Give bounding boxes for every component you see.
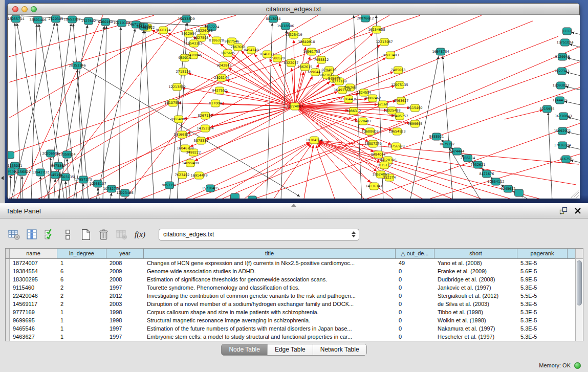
table-cell[interactable]: Tibbo et al. (1998) (434, 308, 517, 316)
table-cell[interactable]: 22420046 (10, 292, 57, 300)
table-cell[interactable]: 9699695 (10, 316, 57, 324)
table-cell[interactable]: 1998 (106, 308, 144, 316)
table-cell[interactable]: Changes of HCN gene expression and I(f) … (144, 259, 396, 267)
table-cell[interactable]: 2008 (106, 275, 144, 283)
table-cell[interactable]: 1 (57, 333, 106, 341)
table-row[interactable]: 977716911998Corpus callosum shape and si… (6, 308, 575, 316)
table-cell[interactable]: Tourette syndrome. Phenomenology and cla… (144, 283, 396, 292)
table-row[interactable]: 1830029562008Estimation of significance … (6, 275, 575, 283)
minimize-window-button[interactable] (21, 6, 28, 12)
table-cell[interactable]: Wolkin et al. (1998) (434, 316, 517, 324)
table-cell[interactable]: 1 (57, 316, 106, 324)
show-column-icon[interactable] (25, 228, 39, 242)
table-cell[interactable]: Nakamura et al. (1997) (434, 324, 517, 333)
table-cell[interactable]: Hescheler et al. (1997) (434, 333, 517, 341)
table-cell[interactable]: 5.5E-5 (517, 292, 568, 300)
table-cell[interactable]: 2012 (106, 292, 144, 300)
table-cell[interactable]: Embryonic stem cells: a model to study s… (144, 333, 396, 341)
table-cell[interactable]: 2 (57, 292, 106, 300)
table-cell[interactable]: 5.9E-5 (517, 275, 568, 283)
table-cell[interactable]: 2008 (106, 259, 144, 267)
table-cell[interactable]: 0 (396, 324, 434, 333)
table-cell[interactable]: Jankovic et al. (1997) (434, 283, 517, 292)
select-columns-icon[interactable] (43, 228, 57, 242)
table-row[interactable]: 946362711997Embryonic stem cells: a mode… (6, 333, 575, 341)
table-cell[interactable]: Investigating the contribution of common… (144, 292, 396, 300)
table-cell[interactable]: 14569117 (10, 300, 57, 308)
table-cell[interactable]: 6 (57, 267, 106, 275)
network-node[interactable] (231, 193, 239, 199)
column-header-title[interactable]: title (144, 249, 396, 259)
table-cell[interactable]: de Silva et al. (2003) (434, 300, 517, 308)
table-cell[interactable]: 0 (396, 267, 434, 275)
table-cell[interactable]: 1997 (106, 333, 144, 341)
table-cell[interactable]: 2003 (106, 300, 144, 308)
column-header-year[interactable]: year (106, 249, 144, 259)
table-cell[interactable]: 5.3E-5 (517, 308, 568, 316)
table-cell[interactable]: Stergiakouli et al. (2012) (434, 292, 517, 300)
network-node[interactable] (248, 196, 257, 199)
table-mode-icon[interactable] (7, 228, 21, 242)
table-cell[interactable]: 9463627 (10, 333, 57, 341)
table-cell[interactable]: 1 (57, 324, 106, 333)
table-cell[interactable]: 5.3E-5 (517, 324, 568, 333)
function-builder-icon[interactable]: f(x) (133, 228, 146, 242)
table-cell[interactable]: Genome-wide association studies in ADHD. (144, 267, 396, 275)
scrollbar-thumb[interactable] (577, 260, 582, 305)
table-vertical-scrollbar[interactable] (575, 249, 583, 341)
table-cell[interactable]: 18300295 (10, 275, 57, 283)
network-node[interactable] (8, 151, 14, 159)
table-cell[interactable]: 5.3E-5 (517, 283, 568, 292)
delete-table-icon[interactable] (97, 228, 111, 242)
table-select-dropdown[interactable]: citations_edges.txt (159, 229, 359, 240)
row-height-icon[interactable] (61, 228, 75, 242)
table-cell[interactable]: Franke et al. (2009) (434, 267, 517, 275)
table-cell[interactable]: 19384554 (10, 267, 57, 275)
table-cell[interactable]: 5.3E-5 (517, 333, 568, 341)
table-cell[interactable]: 0 (396, 333, 434, 341)
zoom-window-button[interactable] (31, 6, 37, 12)
table-cell[interactable]: 2 (57, 300, 106, 308)
table-cell[interactable]: 5.3E-5 (517, 259, 568, 267)
table-cell[interactable]: 9115460 (10, 283, 57, 292)
table-cell[interactable]: 2009 (106, 267, 144, 275)
tab-edge-table[interactable]: Edge Table (268, 344, 313, 355)
table-cell[interactable]: Estimation of the future numbers of pati… (144, 324, 396, 333)
table-cell[interactable]: 2 (57, 283, 106, 292)
new-table-icon[interactable] (79, 228, 93, 242)
table-row[interactable]: 1938455462009Genome-wide association stu… (6, 267, 575, 275)
table-cell[interactable]: 0 (396, 300, 434, 308)
table-cell[interactable]: 49 (396, 259, 434, 267)
table-row[interactable]: 2242004622012Investigating the contribut… (6, 292, 575, 300)
table-row[interactable]: 1872400712008Changes of HCN gene express… (6, 259, 575, 267)
table-cell[interactable]: 1 (57, 308, 106, 316)
network-canvas[interactable]: 1872400796601245912954152260589827508818… (8, 15, 580, 199)
window-titlebar[interactable]: citations_edges.txt (8, 4, 579, 15)
table-cell[interactable]: 1997 (106, 283, 144, 292)
close-window-button[interactable] (12, 6, 18, 12)
window-resize-grip[interactable] (571, 190, 579, 198)
column-header-out_de[interactable]: △ out_de... (396, 249, 434, 259)
table-cell[interactable]: 1997 (106, 324, 144, 333)
table-cell[interactable]: 9777169 (10, 308, 57, 316)
panel-divider-handle-icon[interactable] (291, 204, 296, 207)
table-cell[interactable]: 0 (396, 316, 434, 324)
column-header-name[interactable]: name (10, 249, 57, 259)
table-cell[interactable]: 1 (57, 259, 106, 267)
table-cell[interactable]: 5.3E-5 (517, 300, 568, 308)
float-panel-icon[interactable] (559, 207, 568, 215)
table-cell[interactable]: Corpus callosum shape and size in male p… (144, 308, 396, 316)
panel-collapse-arrow-icon[interactable] (1, 176, 4, 180)
table-cell[interactable]: 5.3E-5 (517, 316, 568, 324)
table-cell[interactable]: 0 (396, 283, 434, 292)
table-row[interactable]: 1456911722003Disruption of a novel membe… (6, 300, 575, 308)
table-cell[interactable]: Dudbridge et al. (2008) (434, 275, 517, 283)
column-header-in_degree[interactable]: in_degree (57, 249, 106, 259)
table-cell[interactable]: 0 (396, 275, 434, 283)
table-cell[interactable]: Disruption of a novel member of a sodium… (144, 300, 396, 308)
tab-network-table[interactable]: Network Table (313, 344, 366, 355)
network-node[interactable] (515, 189, 524, 196)
table-row[interactable]: 969969511998Structural magnetic resonanc… (6, 316, 575, 324)
table-cell[interactable]: Structural magnetic resonance image aver… (144, 316, 396, 324)
table-cell[interactable]: 0 (396, 308, 434, 316)
